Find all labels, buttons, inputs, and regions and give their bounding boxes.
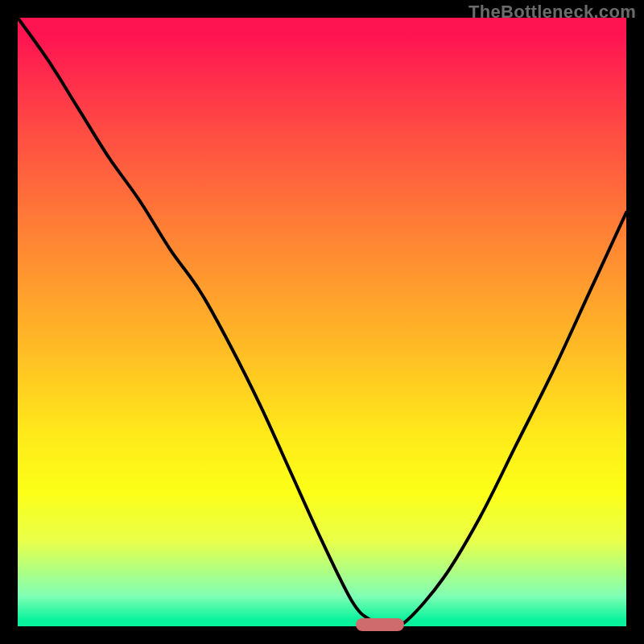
watermark-text: TheBottleneck.com <box>469 2 636 23</box>
bottleneck-curve <box>18 18 626 626</box>
chart-plot-area <box>18 18 626 626</box>
optimal-range-marker <box>356 618 404 631</box>
